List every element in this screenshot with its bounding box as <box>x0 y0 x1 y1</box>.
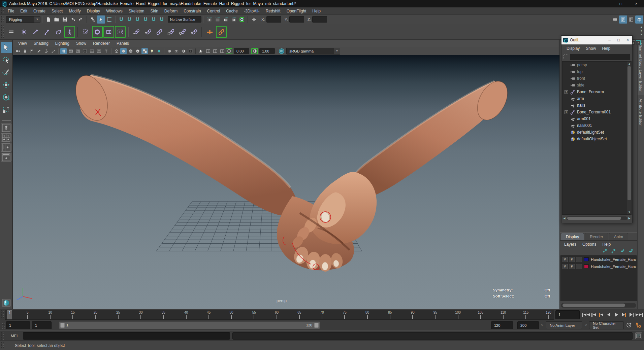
ik-handle-tool-icon[interactable] <box>30 26 41 38</box>
close-button[interactable]: × <box>623 36 632 44</box>
lasso-select-tool[interactable] <box>1 54 12 66</box>
layer-display-mode-cell[interactable] <box>576 264 582 269</box>
shelf-tab-menu-icon[interactable] <box>7 27 15 37</box>
outliner-item-Bone_Forearm[interactable]: +Bone_Forearm <box>562 89 631 95</box>
gate-mask-icon[interactable] <box>82 48 88 54</box>
launch-render-setup-icon[interactable] <box>238 15 246 24</box>
playback-start-field[interactable]: 1 <box>32 321 52 329</box>
layer-row-1[interactable]: VPHandshake_Female_Hand_ <box>561 263 636 270</box>
outliner-search-input[interactable] <box>570 54 630 60</box>
menu-create[interactable]: Create <box>30 9 49 13</box>
menu-cache[interactable]: Cache <box>223 9 241 13</box>
film-gate-icon[interactable] <box>67 48 74 54</box>
range-end-handle[interactable] <box>314 323 319 328</box>
expand-icon[interactable]: + <box>565 90 568 94</box>
range-grip-handle[interactable] <box>1 322 5 329</box>
snap-to-curves-icon[interactable] <box>125 15 133 24</box>
pane-layout-3-icon[interactable] <box>219 48 225 54</box>
edit-skeleton-icon[interactable] <box>80 26 91 38</box>
pole-vector-constraint-icon[interactable] <box>188 26 199 38</box>
hik-chain-icon[interactable] <box>216 26 227 38</box>
viewport-canvas[interactable]: persp Symmetry: Off Soft Select: Off <box>12 55 560 309</box>
layout-button-single-pane-layout[interactable] <box>1 124 11 132</box>
layer-tab-anim[interactable]: Anim <box>609 233 628 240</box>
open-render-view-icon[interactable] <box>205 15 214 24</box>
menu-3dtoall[interactable]: -3DtoAll- <box>241 9 263 13</box>
outliner-item-nails001[interactable]: nails001 <box>562 122 631 129</box>
auto-keyframe-icon[interactable] <box>626 322 632 329</box>
snap-to-points-icon[interactable] <box>133 15 141 24</box>
outliner-item-defaultObjectSet[interactable]: defaultObjectSet <box>562 136 631 142</box>
minimize-button[interactable]: – <box>605 36 614 44</box>
snap-to-grid-icon[interactable] <box>117 15 125 24</box>
color-management-on-icon[interactable]: ON <box>279 48 284 54</box>
move-tool[interactable] <box>1 79 12 91</box>
step-back-frame-button[interactable] <box>590 310 598 319</box>
layer-menu-layers[interactable]: Layers <box>561 242 579 247</box>
menu-modify[interactable]: Modify <box>66 9 84 13</box>
panel-menu-view[interactable]: View <box>15 41 30 46</box>
layer-visibility-toggle[interactable]: V <box>562 257 568 262</box>
right-forearm-mesh[interactable] <box>354 76 514 198</box>
make-live-icon[interactable] <box>158 15 166 24</box>
layer-playback-toggle[interactable]: P <box>569 257 575 262</box>
scrollbar-thumb[interactable] <box>627 66 631 200</box>
grease-pencil-icon[interactable] <box>36 48 42 54</box>
timeline-grip-handle[interactable] <box>1 310 4 319</box>
outliner-item-front[interactable]: front <box>562 75 631 82</box>
create-empty-layer-icon[interactable] <box>619 249 625 255</box>
channel-box-toggle-icon[interactable] <box>635 15 643 24</box>
outliner-item-Bone_Forearm001[interactable]: +Bone_Forearm001 <box>562 109 631 115</box>
pane-layout-1-icon[interactable] <box>205 48 211 54</box>
scale-tool[interactable] <box>1 104 12 115</box>
safe-title-icon[interactable] <box>103 48 109 54</box>
select-tool[interactable] <box>1 42 12 53</box>
field-chart-icon[interactable] <box>89 48 95 54</box>
animation-end-field[interactable]: 200 <box>517 321 539 329</box>
safe-action-icon[interactable] <box>96 48 102 54</box>
layer-display-mode-cell[interactable] <box>576 257 582 262</box>
layer-menu-options[interactable]: Options <box>579 242 599 247</box>
scroll-left-icon[interactable]: ◀ <box>562 217 567 220</box>
move-layer-down-icon[interactable] <box>611 249 616 255</box>
scroll-right-icon[interactable]: ▶ <box>627 217 632 220</box>
script-editor-icon[interactable] <box>635 332 642 339</box>
menu-file[interactable]: File <box>5 9 17 13</box>
layer-color-swatch[interactable] <box>584 265 589 268</box>
ik-spline-handle-tool-icon[interactable] <box>53 26 64 38</box>
point-constraint-icon[interactable] <box>142 26 153 38</box>
outliner-item-persp[interactable]: persp <box>562 62 631 68</box>
status-grip-handle[interactable] <box>1 15 4 23</box>
undo-icon[interactable] <box>69 15 77 24</box>
layer-color-swatch[interactable] <box>584 257 589 261</box>
layer-playback-toggle[interactable]: P <box>569 264 575 269</box>
screen-space-ao-icon[interactable] <box>156 48 162 54</box>
new-scene-icon[interactable] <box>44 15 53 24</box>
outliner-item-arm[interactable]: arm <box>562 95 631 102</box>
live-surface-field[interactable]: No Live Surface <box>168 16 201 23</box>
scale-constraint-icon[interactable] <box>165 26 176 38</box>
layout-button-four-pane-layout[interactable] <box>1 133 11 142</box>
insert-joint-tool-icon[interactable] <box>41 26 52 38</box>
layer-name[interactable]: Handshake_Female_Hand_ <box>591 265 636 269</box>
menu-skeleton[interactable]: Skeleton <box>126 9 148 13</box>
close-panel-icon[interactable]: × <box>636 40 641 45</box>
go-to-start-button[interactable] <box>582 310 590 319</box>
outliner-menu-help[interactable]: Help <box>599 46 613 51</box>
tab-channel-box-layer-editor[interactable]: Channel Box / Layer Editor <box>638 40 644 95</box>
snap-to-view-plane-icon[interactable] <box>150 15 158 24</box>
wireframe-on-shaded-icon[interactable] <box>127 48 134 54</box>
help-grip-handle[interactable] <box>1 342 4 349</box>
grid-toggle-icon[interactable] <box>60 48 67 54</box>
select-by-hierarchy-icon[interactable] <box>89 15 97 24</box>
panel-menu-shading[interactable]: Shading <box>30 41 52 46</box>
two-d-pan-zoom-icon[interactable] <box>50 48 56 54</box>
image-plane-icon[interactable] <box>43 48 49 54</box>
humanik-toggle-icon[interactable] <box>619 15 627 24</box>
view-transform-selector[interactable]: sRGB gamma ▼ <box>286 48 340 55</box>
close-button[interactable]: × <box>629 0 644 7</box>
playback-end-field[interactable]: 120 <box>491 321 513 329</box>
rotate-tool[interactable] <box>1 92 12 103</box>
create-layer-from-selected-icon[interactable] <box>628 249 633 255</box>
shadows-toggle-icon[interactable] <box>149 48 155 54</box>
